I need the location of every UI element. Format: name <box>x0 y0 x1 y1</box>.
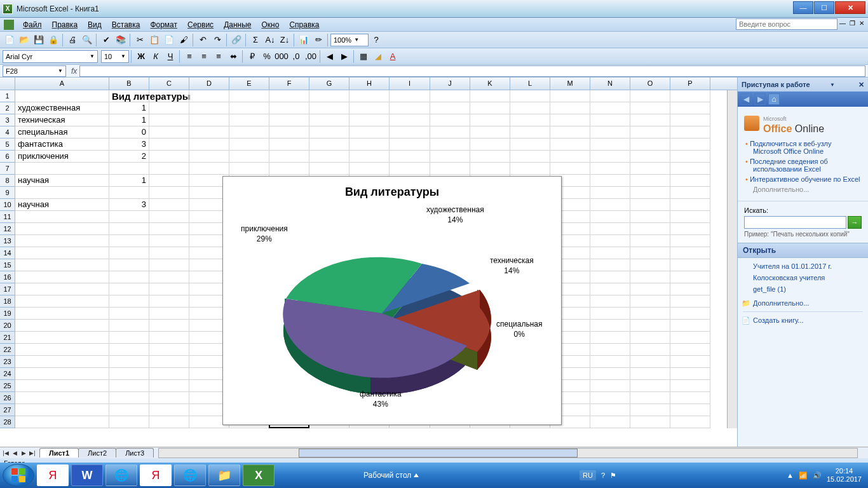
row-header-2[interactable]: 2 <box>0 102 15 114</box>
cell-E2[interactable] <box>229 102 269 114</box>
cell-I6[interactable] <box>390 151 430 163</box>
cell-A14[interactable] <box>15 247 109 259</box>
cell-P5[interactable] <box>670 139 710 151</box>
cell-C10[interactable] <box>149 199 189 211</box>
cell-N11[interactable] <box>590 211 630 223</box>
cell-A26[interactable] <box>15 392 109 404</box>
open-more-link[interactable]: Дополнительно... <box>738 297 868 309</box>
tp-link-1[interactable]: Последние сведения об использовании Exce… <box>753 158 862 173</box>
nav-home-icon[interactable]: ⌂ <box>768 93 780 105</box>
cell-I3[interactable] <box>390 114 430 126</box>
cell-H2[interactable] <box>349 102 390 114</box>
system-clock[interactable]: 20:14 15.02.2017 <box>827 467 862 484</box>
cell-C3[interactable] <box>149 114 189 126</box>
row-header-9[interactable]: 9 <box>0 187 15 199</box>
col-header-A[interactable]: A <box>15 78 109 90</box>
cell-O18[interactable] <box>630 295 670 308</box>
cell-A15[interactable] <box>15 259 109 271</box>
tp-link-2[interactable]: Интерактивное обучение по Excel <box>753 175 862 183</box>
row-header-18[interactable]: 18 <box>0 295 15 308</box>
cell-K2[interactable] <box>470 102 510 114</box>
cell-L3[interactable] <box>510 114 550 126</box>
col-header-E[interactable]: E <box>229 78 269 90</box>
volume-tray-icon[interactable]: 🔊 <box>813 471 822 480</box>
taskbar-word-icon[interactable]: W <box>71 464 103 486</box>
cell-I2[interactable] <box>390 102 430 114</box>
cell-H4[interactable] <box>349 126 390 139</box>
cell-F3[interactable] <box>269 114 309 126</box>
cell-A16[interactable] <box>15 271 109 283</box>
cell-O12[interactable] <box>630 223 670 235</box>
cell-N4[interactable] <box>590 126 630 139</box>
row-header-14[interactable]: 14 <box>0 247 15 259</box>
more-link[interactable]: Дополнительно... <box>753 186 862 193</box>
cell-G5[interactable] <box>309 139 349 151</box>
cell-N13[interactable] <box>590 235 630 247</box>
cell-K5[interactable] <box>470 139 510 151</box>
cell-J6[interactable] <box>430 151 470 163</box>
cell-B7[interactable] <box>109 163 149 175</box>
excel-menu-icon[interactable] <box>4 20 14 30</box>
cell-N21[interactable] <box>590 332 630 344</box>
menu-файл[interactable]: Файл <box>18 19 47 30</box>
cell-C15[interactable] <box>149 259 189 271</box>
vertical-scrollbar[interactable] <box>727 90 737 428</box>
cell-B4[interactable]: 0 <box>109 126 149 139</box>
sheet-tab-Лист3[interactable]: Лист3 <box>116 448 154 458</box>
merge-center-icon[interactable]: ⬌ <box>226 50 240 64</box>
cell-A11[interactable] <box>15 211 109 223</box>
cell-N27[interactable] <box>590 404 630 416</box>
row-header-3[interactable]: 3 <box>0 114 15 126</box>
percent-icon[interactable]: % <box>260 50 274 64</box>
cell-N24[interactable] <box>590 368 630 380</box>
cell-C22[interactable] <box>149 344 189 356</box>
cell-P26[interactable] <box>670 392 710 404</box>
cell-E1[interactable] <box>229 90 269 102</box>
cell-O2[interactable] <box>630 102 670 114</box>
row-header-1[interactable]: 1 <box>0 90 15 102</box>
search-go-button[interactable]: → <box>848 216 862 229</box>
menu-сервис[interactable]: Сервис <box>182 19 219 30</box>
cell-C19[interactable] <box>149 308 189 320</box>
format-painter-icon[interactable]: 🖌 <box>177 33 191 47</box>
cell-D7[interactable] <box>189 163 229 175</box>
sort-desc-icon[interactable]: Z↓ <box>278 33 292 47</box>
cell-F7[interactable] <box>269 163 309 175</box>
cell-A4[interactable]: специальная <box>15 126 109 139</box>
cell-N2[interactable] <box>590 102 630 114</box>
cell-G2[interactable] <box>309 102 349 114</box>
nav-back-icon[interactable]: ◀ <box>740 93 752 105</box>
taskbar-yandex2-icon[interactable]: Я <box>140 464 172 486</box>
cell-C9[interactable] <box>149 187 189 199</box>
cell-D6[interactable] <box>189 151 229 163</box>
col-header-M[interactable]: M <box>550 78 590 90</box>
cell-N5[interactable] <box>590 139 630 151</box>
redo-icon[interactable]: ↷ <box>210 33 224 47</box>
row-header-19[interactable]: 19 <box>0 308 15 320</box>
row-header-8[interactable]: 8 <box>0 175 15 187</box>
cell-A8[interactable]: научная <box>15 175 109 187</box>
help-icon[interactable]: ? <box>369 33 383 47</box>
cell-C13[interactable] <box>149 235 189 247</box>
cell-P4[interactable] <box>670 126 710 139</box>
borders-icon[interactable]: ▦ <box>356 50 370 64</box>
print-preview-icon[interactable]: 🔍 <box>80 33 94 47</box>
desktop-label[interactable]: Рабочий стол <box>363 471 411 480</box>
cell-P2[interactable] <box>670 102 710 114</box>
cell-N3[interactable] <box>590 114 630 126</box>
col-header-O[interactable]: O <box>630 78 670 90</box>
drawing-icon[interactable]: ✏ <box>311 33 325 47</box>
row-header-13[interactable]: 13 <box>0 235 15 247</box>
cell-O9[interactable] <box>630 187 670 199</box>
cell-P23[interactable] <box>670 356 710 368</box>
cell-A19[interactable] <box>15 308 109 320</box>
cell-N20[interactable] <box>590 320 630 332</box>
decrease-decimal-icon[interactable]: ,00 <box>304 50 318 64</box>
cell-P6[interactable] <box>670 151 710 163</box>
open-icon[interactable]: 📂 <box>17 33 31 47</box>
cell-N7[interactable] <box>590 163 630 175</box>
pie-chart[interactable]: Вид литературы <box>222 176 562 425</box>
cell-P3[interactable] <box>670 114 710 126</box>
col-header-H[interactable]: H <box>349 78 390 90</box>
menu-формат[interactable]: Формат <box>145 19 182 30</box>
